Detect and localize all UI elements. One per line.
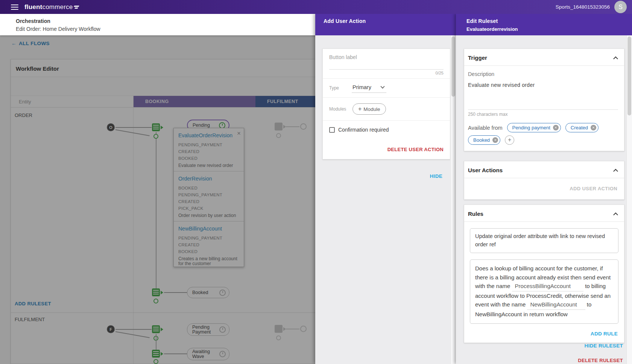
remove-chip-icon[interactable]: × (591, 125, 596, 130)
rules-card: Rules Update original order attribute wi… (464, 205, 624, 343)
panel-title: Edit Ruleset (466, 18, 632, 24)
type-select[interactable]: Primary (352, 83, 386, 93)
logo-mark-icon (74, 6, 79, 9)
account-name: Sports_1648015323056 (556, 4, 610, 10)
description-label: Description (468, 71, 618, 77)
confirmation-checkbox[interactable] (329, 127, 335, 133)
available-from-label: Available from (468, 125, 503, 131)
delete-user-action-button[interactable]: DELETE USER ACTION (387, 147, 444, 152)
chevron-up-icon[interactable] (613, 56, 618, 61)
confirmation-label: Confirmation required (338, 127, 389, 133)
menu-icon[interactable] (11, 5, 18, 10)
button-label-input[interactable] (329, 60, 444, 70)
add-user-action-header: Add User Action (315, 14, 456, 35)
edit-ruleset-header: Edit Ruleset Evaluateorderrevision (456, 14, 632, 35)
button-label-placeholder: Button label (329, 49, 444, 60)
rules-heading: Rules (468, 211, 483, 217)
avatar[interactable]: S (614, 1, 627, 13)
user-action-form-card: Button label 0/25 Type Primary Modules +… (322, 49, 450, 159)
remove-chip-icon[interactable]: × (553, 125, 559, 130)
delete-ruleset-link[interactable]: DELETE RULESET (578, 358, 623, 363)
add-status-button[interactable]: + (505, 135, 514, 145)
panel-subtitle: Evaluateorderrevision (466, 26, 632, 32)
chip-pending-payment[interactable]: Pending payment × (507, 123, 561, 132)
rule-item[interactable]: Does a lookup of billing account for the… (470, 259, 618, 324)
event-name-input[interactable]: ProcessBillingAccount (512, 282, 583, 291)
trigger-card: Trigger Description Evaluate new revised… (464, 49, 624, 151)
brand-bold: fluent (24, 3, 42, 11)
panel-title: Add User Action (324, 18, 456, 24)
char-counter: 0/25 (329, 70, 444, 78)
scrollbar-thumb[interactable] (627, 36, 631, 115)
type-label: Type (329, 85, 346, 91)
add-rule-button[interactable]: ADD RULE (591, 331, 618, 337)
chip-booked[interactable]: Booked × (468, 135, 500, 145)
modal-dim-overlay (0, 35, 315, 364)
remove-chip-icon[interactable]: × (492, 137, 498, 143)
chevron-up-icon[interactable] (613, 169, 618, 174)
rule-item[interactable]: Update original order attribute with lin… (470, 228, 618, 253)
char-limit-helper: 250 characters max (468, 112, 618, 117)
scrollbar[interactable] (626, 35, 632, 364)
trigger-heading: Trigger (468, 55, 487, 61)
hide-panel-link[interactable]: HIDE (430, 173, 442, 179)
add-user-action-button[interactable]: ADD USER ACTION (570, 186, 617, 191)
brand-light: commerce (42, 3, 73, 11)
edit-ruleset-panel: Edit Ruleset Evaluateorderrevision Trigg… (456, 14, 632, 364)
plus-icon: + (358, 106, 362, 112)
add-user-action-panel: Add User Action Button label 0/25 Type P… (315, 14, 456, 364)
hide-ruleset-link[interactable]: HIDE RULESET (584, 343, 623, 349)
user-actions-card: User Actions ADD USER ACTION (464, 161, 624, 200)
description-input[interactable]: Evaluate new revised order (468, 82, 618, 88)
user-actions-heading: User Actions (468, 167, 503, 173)
add-module-button[interactable]: + Module (352, 103, 386, 115)
scrollbar-thumb[interactable] (451, 36, 455, 97)
brand-logo: fluentcommerce (24, 3, 79, 11)
scrollbar[interactable] (450, 35, 456, 364)
chip-created[interactable]: Created × (565, 123, 599, 132)
chevron-up-icon[interactable] (613, 212, 618, 217)
chevron-down-icon (380, 84, 384, 88)
app-bar: fluentcommerce Sports_1648015323056 S (0, 0, 632, 14)
modules-label: Modules (329, 106, 352, 112)
event-name-input[interactable]: NewBillingAccount (527, 300, 585, 310)
rule-sentence: Does a lookup of billing account for the… (475, 264, 613, 318)
